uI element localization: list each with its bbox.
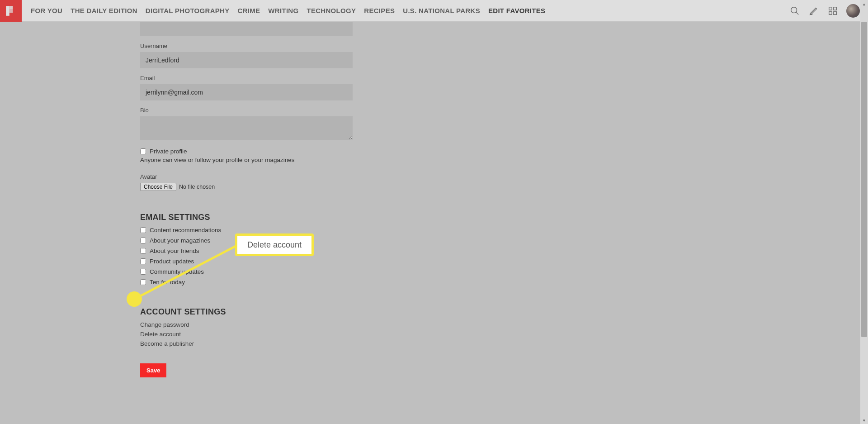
edit-icon[interactable] — [808, 5, 819, 16]
svg-rect-6 — [829, 7, 832, 10]
nav-writing[interactable]: WRITING — [268, 7, 298, 14]
email-field[interactable] — [140, 84, 353, 100]
private-profile-subtext: Anyone can view or follow your profile o… — [140, 157, 353, 163]
bio-label: Bio — [140, 107, 353, 114]
svg-rect-1 — [9, 6, 13, 10]
scrollbar[interactable]: ▴ ▾ — [860, 0, 868, 424]
name-field[interactable] — [140, 20, 353, 36]
flipboard-logo[interactable] — [0, 0, 22, 22]
link-change-password[interactable]: Change password — [140, 321, 353, 328]
nav-edit-favorites[interactable]: EDIT FAVORITES — [488, 7, 545, 14]
checkbox-community-updates[interactable] — [140, 269, 146, 275]
nav-daily-edition[interactable]: THE DAILY EDITION — [71, 7, 137, 14]
label-about-friends: About your friends — [150, 248, 199, 254]
checkbox-ten-for-today[interactable] — [140, 279, 146, 285]
nav-digital-photography[interactable]: DIGITAL PHOTOGRAPHY — [146, 7, 230, 14]
svg-rect-8 — [829, 11, 832, 14]
svg-point-3 — [791, 7, 797, 13]
svg-line-4 — [796, 12, 799, 14]
account-settings-list: Change password Delete account Become a … — [140, 321, 353, 347]
svg-rect-9 — [834, 11, 836, 14]
checkbox-about-magazines[interactable] — [140, 238, 146, 243]
label-about-magazines: About your magazines — [150, 237, 210, 244]
flipboard-logo-icon — [5, 5, 17, 17]
email-label: Email — [140, 75, 353, 81]
username-field[interactable] — [140, 52, 353, 68]
scrollbar-up-arrow[interactable]: ▴ — [860, 0, 868, 8]
callout-text: Delete account — [247, 240, 302, 250]
checkbox-content-recommendations[interactable] — [140, 227, 146, 233]
page-body: Username Email Bio Private profile Anyon… — [0, 0, 868, 424]
private-profile-label: Private profile — [150, 148, 187, 155]
avatar-label: Avatar — [140, 173, 353, 180]
scrollbar-thumb[interactable] — [861, 22, 867, 337]
nav-national-parks[interactable]: U.S. NATIONAL PARKS — [403, 7, 480, 14]
nav-for-you[interactable]: FOR YOU — [31, 7, 62, 14]
svg-rect-7 — [834, 7, 836, 10]
nav-right — [789, 4, 860, 18]
grid-icon[interactable] — [827, 5, 838, 16]
scrollbar-down-arrow[interactable]: ▾ — [860, 416, 868, 424]
choose-file-button[interactable]: Choose File — [140, 183, 176, 191]
username-label: Username — [140, 43, 353, 49]
label-community-updates: Community updates — [150, 268, 204, 275]
label-content-recommendations: Content recommendations — [150, 227, 221, 233]
search-icon[interactable] — [789, 5, 800, 16]
nav-items: FOR YOU THE DAILY EDITION DIGITAL PHOTOG… — [31, 7, 789, 14]
file-chosen-text: No file chosen — [179, 184, 215, 190]
callout-box: Delete account — [235, 233, 314, 256]
label-product-updates: Product updates — [150, 258, 194, 265]
callout-highlight-dot — [127, 291, 142, 307]
svg-rect-0 — [6, 6, 9, 16]
link-become-publisher[interactable]: Become a publisher — [140, 340, 353, 347]
svg-rect-2 — [9, 9, 13, 13]
link-delete-account[interactable]: Delete account — [140, 331, 353, 338]
checkbox-about-friends[interactable] — [140, 248, 146, 254]
checkbox-product-updates[interactable] — [140, 258, 146, 264]
nav-crime[interactable]: CRIME — [238, 7, 260, 14]
user-avatar[interactable] — [846, 4, 860, 18]
nav-technology[interactable]: TECHNOLOGY — [307, 7, 356, 14]
private-profile-checkbox[interactable] — [140, 148, 146, 154]
nav-recipes[interactable]: RECIPES — [364, 7, 395, 14]
account-settings-heading: ACCOUNT SETTINGS — [140, 307, 353, 317]
bio-field[interactable] — [140, 116, 353, 140]
email-settings-heading: EMAIL SETTINGS — [140, 213, 353, 222]
label-ten-for-today: Ten for today — [150, 279, 185, 286]
top-nav: FOR YOU THE DAILY EDITION DIGITAL PHOTOG… — [0, 0, 868, 22]
settings-form: Username Email Bio Private profile Anyon… — [140, 20, 353, 377]
save-button[interactable]: Save — [140, 363, 166, 377]
